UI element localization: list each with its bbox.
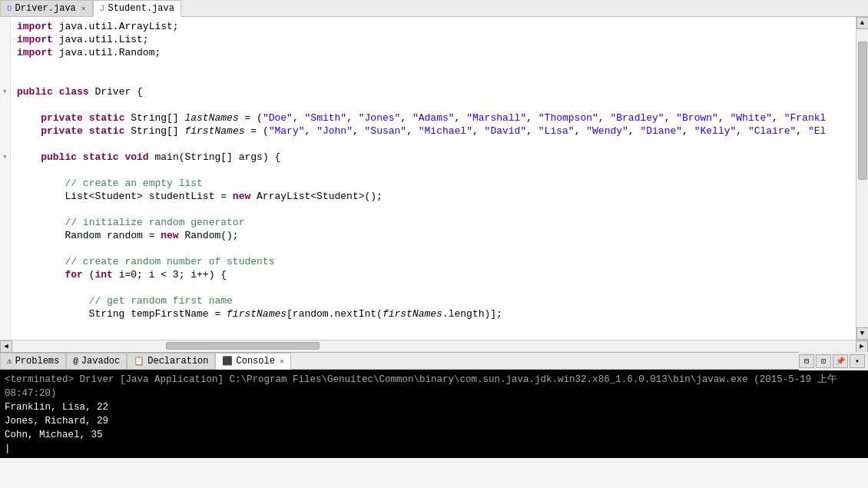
code-editor: ▾ ▾ import java.util.ArrayList; import j…	[0, 17, 868, 340]
editor-tab-bar: D Driver.java ✕ J Student.java	[0, 0, 868, 17]
bottom-tab-bar: ⚠ Problems @ Javadoc 📋 Declaration ⬛ Con…	[0, 353, 868, 370]
scroll-right-button[interactable]: ▶	[856, 340, 868, 353]
tab-student-label: Student.java	[108, 3, 174, 14]
scroll-h-track[interactable]	[12, 340, 856, 352]
tab-console-label: Console	[236, 356, 274, 367]
tab-driver[interactable]: D Driver.java ✕	[0, 0, 93, 17]
line-gutter: ▾ ▾	[0, 17, 11, 340]
console-icon: ⬛	[222, 356, 233, 366]
console-line-2: Jones, Richard, 29	[5, 414, 863, 428]
tab-driver-label: Driver.java	[15, 3, 76, 14]
declaration-icon: 📋	[134, 356, 144, 366]
console-cursor-line	[5, 442, 863, 456]
pin-button[interactable]: 📌	[833, 354, 848, 368]
console-terminated-line: <terminated> Driver [Java Application] C…	[5, 373, 863, 400]
tab-student[interactable]: J Student.java	[93, 0, 181, 17]
tab-driver-close[interactable]: ✕	[81, 4, 86, 13]
tab-problems-label: Problems	[15, 356, 60, 367]
tab-console-close[interactable]: ✕	[280, 357, 284, 366]
console-line-3: Cohn, Michael, 35	[5, 428, 863, 442]
console-toolbar: ⊟ ⊡ 📌 ▾	[799, 352, 868, 370]
maximize-button[interactable]: ⊡	[816, 354, 831, 368]
tab-problems[interactable]: ⚠ Problems	[0, 353, 66, 370]
problems-icon: ⚠	[7, 356, 12, 366]
minimize-button[interactable]: ⊟	[799, 354, 814, 368]
tab-console[interactable]: ⬛ Console ✕	[215, 353, 290, 370]
tab-javadoc[interactable]: @ Javadoc	[66, 353, 127, 370]
editor-scrollbar-vertical[interactable]: ▲ ▼	[856, 17, 868, 340]
editor-scrollbar-horizontal[interactable]: ◀ ▶	[0, 340, 868, 352]
tab-declaration-label: Declaration	[147, 356, 208, 367]
tab-declaration[interactable]: 📋 Declaration	[127, 353, 215, 370]
code-text[interactable]: import java.util.ArrayList; import java.…	[11, 17, 856, 340]
scroll-left-button[interactable]: ◀	[0, 340, 12, 353]
javadoc-icon: @	[73, 357, 78, 366]
console-line-1: Franklin, Lisa, 22	[5, 400, 863, 414]
view-menu-button[interactable]: ▾	[850, 354, 865, 368]
scroll-thumb[interactable]	[858, 41, 867, 180]
student-file-icon: J	[100, 4, 105, 13]
console-output: <terminated> Driver [Java Application] C…	[0, 370, 868, 458]
driver-file-icon: D	[7, 4, 12, 13]
tab-javadoc-label: Javadoc	[81, 356, 120, 367]
bottom-panel: ⚠ Problems @ Javadoc 📋 Declaration ⬛ Con…	[0, 352, 868, 458]
scroll-h-thumb[interactable]	[166, 342, 320, 350]
scroll-down-button[interactable]: ▼	[856, 327, 869, 340]
scroll-up-button[interactable]: ▲	[856, 17, 869, 29]
